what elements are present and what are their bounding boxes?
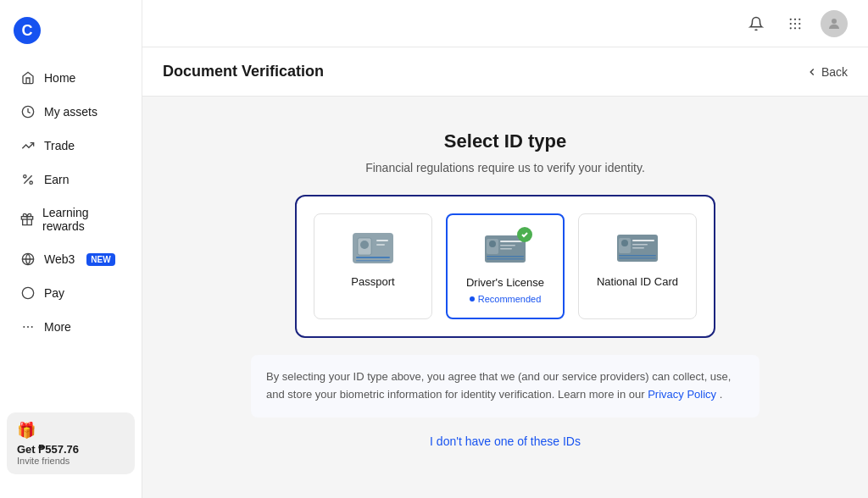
- disclosure-end: .: [720, 388, 723, 401]
- pay-icon: [20, 285, 36, 301]
- notification-button[interactable]: [743, 10, 770, 37]
- sidebar-bottom: 🎁 Get ₱557.76 Invite friends: [0, 402, 142, 484]
- sidebar-label-learning-rewards: Learning rewards: [42, 206, 121, 233]
- national-id-label: National ID Card: [597, 275, 678, 288]
- grid-menu-button[interactable]: [782, 10, 809, 37]
- svg-rect-41: [632, 244, 648, 246]
- sidebar-nav: Home My assets Trade Earn Learning rewar…: [0, 61, 142, 402]
- svg-point-13: [798, 18, 800, 19]
- svg-rect-43: [619, 255, 656, 257]
- sidebar-item-my-assets[interactable]: My assets: [7, 96, 135, 128]
- sidebar: C Home My assets Trade Earn: [0, 0, 142, 498]
- sidebar-item-home[interactable]: Home: [7, 62, 135, 94]
- back-label: Back: [821, 65, 848, 79]
- gift-icon: [20, 212, 34, 227]
- svg-rect-24: [376, 240, 388, 241]
- svg-rect-36: [487, 258, 524, 260]
- web3-icon: [20, 252, 36, 267]
- svg-rect-42: [632, 247, 644, 249]
- svg-point-18: [794, 27, 796, 29]
- sidebar-item-web3[interactable]: Web3 NEW: [7, 243, 135, 275]
- svg-rect-32: [500, 241, 522, 242]
- sidebar-item-pay[interactable]: Pay: [7, 277, 135, 309]
- svg-point-39: [621, 240, 628, 246]
- section-subtitle: Financial regulations require us to veri…: [365, 161, 645, 174]
- sidebar-label-web3: Web3: [44, 252, 75, 266]
- home-icon: [20, 70, 36, 86]
- page-title: Document Verification: [163, 63, 324, 80]
- sidebar-item-learning-rewards[interactable]: Learning rewards: [7, 197, 135, 241]
- recommended-badge: Recommended: [470, 294, 542, 304]
- svg-point-17: [790, 27, 792, 29]
- id-card-passport[interactable]: Passport: [314, 213, 432, 319]
- logo-icon: C: [14, 17, 41, 44]
- sidebar-label-home: Home: [44, 71, 75, 85]
- invite-icon: 🎁: [17, 421, 125, 440]
- sidebar-label-earn: Earn: [44, 173, 70, 186]
- svg-rect-33: [500, 245, 515, 246]
- privacy-policy-link[interactable]: Privacy Policy: [648, 388, 716, 401]
- svg-point-23: [360, 241, 369, 249]
- section-title: Select ID type: [444, 130, 566, 152]
- sidebar-item-trade[interactable]: Trade: [7, 130, 135, 162]
- svg-line-1: [24, 175, 31, 183]
- svg-point-19: [798, 27, 800, 29]
- svg-point-20: [832, 19, 837, 24]
- user-avatar[interactable]: [821, 10, 848, 37]
- invite-card[interactable]: 🎁 Get ₱557.76 Invite friends: [7, 412, 135, 474]
- sidebar-label-my-assets: My assets: [44, 105, 97, 119]
- logo[interactable]: C: [0, 14, 142, 61]
- more-icon: [20, 319, 36, 335]
- sidebar-item-earn[interactable]: Earn: [7, 163, 135, 196]
- sidebar-label-trade: Trade: [44, 139, 75, 152]
- main-content: Document Verification Back Select ID typ…: [142, 0, 868, 498]
- back-button[interactable]: Back: [806, 65, 848, 79]
- svg-rect-25: [376, 244, 385, 246]
- svg-rect-26: [356, 257, 390, 258]
- drivers-license-icon: [483, 232, 527, 266]
- passport-icon: [351, 231, 395, 265]
- sidebar-item-more[interactable]: More: [7, 311, 135, 343]
- clock-icon: [20, 104, 36, 119]
- drivers-license-label: Driver's License: [466, 276, 544, 289]
- svg-point-2: [24, 175, 26, 178]
- no-id-link[interactable]: I don't have one of these IDs: [430, 434, 581, 448]
- sidebar-label-pay: Pay: [44, 286, 64, 300]
- svg-point-31: [489, 241, 496, 247]
- recommended-text: Recommended: [478, 294, 542, 304]
- svg-point-9: [27, 326, 29, 328]
- svg-point-14: [790, 22, 792, 24]
- id-card-drivers-license[interactable]: Driver's License Recommended: [446, 213, 565, 319]
- svg-point-3: [30, 181, 32, 184]
- svg-point-8: [23, 326, 25, 328]
- id-card-national-id[interactable]: National ID Card: [578, 213, 697, 319]
- svg-point-12: [794, 18, 796, 19]
- id-selection-container: Passport: [295, 195, 715, 338]
- svg-rect-34: [500, 248, 512, 250]
- web3-badge: NEW: [86, 253, 114, 266]
- svg-point-15: [794, 22, 796, 24]
- svg-rect-40: [632, 240, 654, 241]
- svg-point-16: [798, 22, 800, 24]
- national-id-icon: [615, 231, 659, 265]
- invite-card-subtitle: Invite friends: [17, 456, 125, 466]
- svg-rect-44: [619, 257, 656, 259]
- invite-card-title: Get ₱557.76: [17, 443, 125, 456]
- earn-icon: [20, 172, 36, 187]
- disclosure-box: By selecting your ID type above, you agr…: [251, 355, 760, 418]
- passport-label: Passport: [351, 275, 394, 288]
- page-content: Select ID type Financial regulations req…: [142, 97, 868, 498]
- svg-rect-35: [487, 256, 524, 257]
- trade-icon: [20, 138, 36, 153]
- svg-point-10: [31, 326, 33, 328]
- svg-point-7: [22, 287, 33, 298]
- svg-rect-27: [356, 260, 390, 262]
- svg-point-11: [790, 18, 792, 19]
- sidebar-label-more: More: [44, 320, 71, 334]
